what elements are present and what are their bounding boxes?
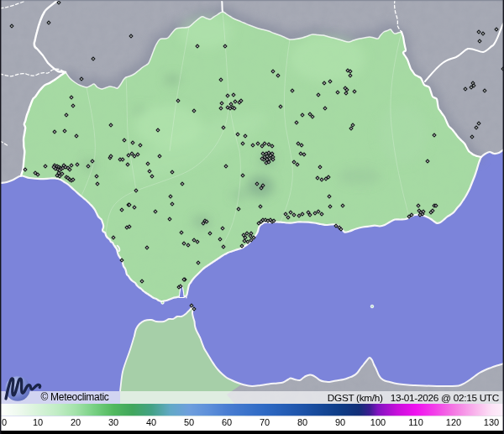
svg-text:40: 40 (146, 417, 156, 427)
svg-text:110: 110 (408, 417, 423, 427)
svg-text:20: 20 (71, 417, 81, 427)
svg-text:70: 70 (260, 417, 270, 427)
svg-text:0: 0 (2, 417, 7, 427)
svg-text:DGST (km/h) 13-01-2026 @ 02:: DGST (km/h) 13-01-2026 @ 02:15 UTC (328, 392, 500, 404)
svg-text:90: 90 (335, 417, 345, 427)
svg-text:120: 120 (446, 417, 461, 427)
svg-text:130: 130 (484, 417, 499, 427)
svg-text:50: 50 (184, 417, 194, 427)
svg-text:10: 10 (33, 417, 43, 427)
svg-text:60: 60 (222, 417, 232, 427)
svg-text:© Meteoclimatic: © Meteoclimatic (41, 391, 109, 403)
svg-text:80: 80 (297, 417, 307, 427)
svg-text:30: 30 (108, 417, 118, 427)
svg-text:100: 100 (370, 417, 386, 427)
